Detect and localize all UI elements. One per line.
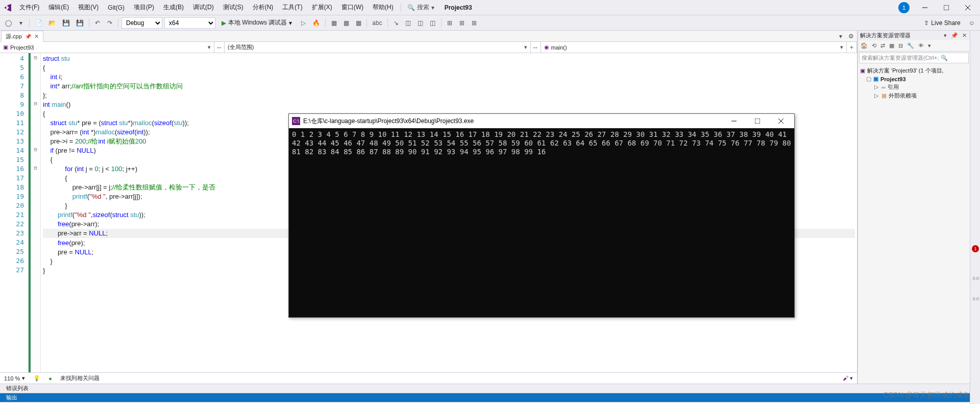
user-badge[interactable]: 1 xyxy=(898,2,910,13)
menu-file[interactable]: 文件(F) xyxy=(15,1,43,14)
switch-view-icon[interactable]: ⟲ xyxy=(870,41,878,50)
nav-split2[interactable]: ↔ xyxy=(531,42,541,53)
project-icon: ▣ xyxy=(873,76,878,82)
console-window[interactable]: C:\ E:\仓库\c-language-startup\Project93\x… xyxy=(288,113,795,318)
forward-button[interactable]: ▾ xyxy=(16,17,26,29)
menu-extensions[interactable]: 扩展(X) xyxy=(308,1,336,14)
tab-error-list[interactable]: 错误列表 xyxy=(0,384,980,393)
tree-project[interactable]: ▢ ▣ Project93 xyxy=(860,75,968,83)
window-title: Project93 xyxy=(438,4,478,11)
outline-column[interactable]: ⊟⊟⊟⊟ xyxy=(31,53,41,372)
menu-git[interactable]: Git(G) xyxy=(104,2,129,13)
expand-icon[interactable]: ▷ xyxy=(874,84,879,90)
tree-references[interactable]: ▷ ▫▫ 引用 xyxy=(860,83,968,91)
tb-icon-10[interactable]: ⊞ xyxy=(457,17,467,29)
menu-analyze[interactable]: 分析(N) xyxy=(249,1,278,14)
tb-icon-1[interactable]: ▦ xyxy=(329,17,339,29)
config-select[interactable]: Debug xyxy=(121,17,162,29)
hot-reload-button[interactable]: 🔥 xyxy=(310,17,322,29)
nav-scope[interactable]: (全局范围) ▾ xyxy=(225,42,531,53)
back-button[interactable]: ◯ xyxy=(3,17,14,29)
tab-output[interactable]: 输出 xyxy=(0,393,980,402)
right-edge-indicators: 1 0.0 0.0 xyxy=(970,36,980,404)
redo-button[interactable]: ↷ xyxy=(105,17,115,29)
start-nodebug-button[interactable]: ▷ xyxy=(298,17,308,29)
menu-edit[interactable]: 编辑(E) xyxy=(44,1,73,14)
tb-icon-3[interactable]: ▦ xyxy=(353,17,363,29)
console-title: E:\仓库\c-language-startup\Project93\x64\D… xyxy=(303,117,474,126)
separator xyxy=(401,3,401,12)
new-item-button[interactable]: 📄 xyxy=(33,17,44,29)
solution-search[interactable]: 搜索解决方案资源管理器(Ctrl+; 🔍 xyxy=(859,53,969,63)
tb-icon-5[interactable]: ↘ xyxy=(391,17,401,29)
indicator-2: 0.0 xyxy=(972,296,979,301)
expand-icon[interactable]: ▷ xyxy=(874,92,879,99)
tab-source-cpp[interactable]: 源.cpp 📌 ✕ xyxy=(1,31,43,42)
tab-label: 源.cpp xyxy=(6,33,22,40)
pin-icon[interactable]: 📌 xyxy=(25,34,31,39)
tree-root[interactable]: ▣ 解决方案 'Project93' (1 个项目, xyxy=(860,66,968,75)
tb-icon-9[interactable]: ⊞ xyxy=(445,17,455,29)
open-folder-button[interactable]: 📂 xyxy=(46,17,58,29)
tb-icon-6[interactable]: ◫ xyxy=(403,17,413,29)
undo-button[interactable]: ↶ xyxy=(92,17,103,29)
dropdown-icon[interactable]: ▾ xyxy=(943,32,948,39)
feedback-button[interactable]: ☺ xyxy=(967,17,977,29)
console-output[interactable]: 0 1 2 3 4 5 6 7 8 9 10 11 12 13 14 15 16… xyxy=(289,128,794,317)
brush-icon[interactable]: 🖌 ▾ xyxy=(843,375,853,382)
start-debug-button[interactable]: ▶ 本地 Windows 调试器 ▾ xyxy=(217,17,296,28)
preview-icon[interactable]: 👁 xyxy=(917,41,925,50)
home-icon[interactable]: 🏠 xyxy=(859,41,869,50)
nav-project[interactable]: ▣ Project93 ▾ xyxy=(0,42,214,53)
chevron-down-icon[interactable]: ▾ xyxy=(836,33,845,40)
tb-icon-2[interactable]: ▦ xyxy=(341,17,351,29)
platform-select[interactable]: x64 xyxy=(164,17,215,29)
close-icon[interactable]: ✕ xyxy=(34,33,39,40)
tb-icon-11[interactable]: ⊞ xyxy=(469,17,479,29)
notification-badge[interactable]: 1 xyxy=(972,245,979,252)
show-all-icon[interactable]: ▦ xyxy=(888,41,896,50)
nav-split[interactable]: ↔ xyxy=(214,42,225,53)
gear-icon[interactable]: ⚙ xyxy=(845,33,857,40)
live-share-button[interactable]: ⇪ Live Share xyxy=(920,18,964,28)
tree-external[interactable]: ▷ ▦ 外部依赖项 xyxy=(860,91,968,100)
nav-member[interactable]: ◉ main() ▾ xyxy=(541,42,847,53)
zoom-control[interactable]: 110 % ▾ xyxy=(4,375,25,382)
close-button[interactable] xyxy=(958,1,978,15)
menu-project[interactable]: 项目(P) xyxy=(130,1,158,14)
menu-debug[interactable]: 调试(D) xyxy=(189,1,218,14)
pin-icon[interactable]: 📌 xyxy=(950,32,959,39)
menu-tools[interactable]: 工具(T) xyxy=(278,1,306,14)
sync-icon[interactable]: ⇄ xyxy=(879,41,887,50)
menu-help[interactable]: 帮助(H) xyxy=(369,1,398,14)
play-icon: ▶ xyxy=(222,19,226,27)
console-close[interactable] xyxy=(771,114,791,128)
tree-external-label: 外部依赖项 xyxy=(889,92,917,100)
menu-test[interactable]: 测试(S) xyxy=(219,1,248,14)
console-minimize[interactable] xyxy=(724,114,744,128)
maximize-button[interactable] xyxy=(936,1,957,15)
save-all-button[interactable]: 💾 xyxy=(74,17,86,29)
console-title-bar[interactable]: C:\ E:\仓库\c-language-startup\Project93\x… xyxy=(289,114,794,128)
collapse-icon[interactable]: ⊟ xyxy=(897,41,904,50)
menu-window[interactable]: 窗口(W) xyxy=(337,1,368,14)
chevron-down-icon: ▾ xyxy=(289,19,292,27)
chevron-down-icon: ▾ xyxy=(524,44,527,51)
tb-icon-8[interactable]: ◫ xyxy=(428,17,438,29)
properties-icon[interactable]: 🔧 xyxy=(905,41,916,50)
lightbulb-icon[interactable]: 💡 xyxy=(33,375,40,382)
nav-add[interactable]: + xyxy=(847,42,857,53)
tb-icon-4[interactable]: abc xyxy=(370,17,384,29)
menu-build[interactable]: 生成(B) xyxy=(159,1,188,14)
expand-icon[interactable]: ▢ xyxy=(866,76,871,82)
project-icon: ▣ xyxy=(3,44,8,51)
menu-view[interactable]: 视图(V) xyxy=(74,1,103,14)
filter-icon[interactable]: ▾ xyxy=(926,41,933,50)
nav-member-label: main() xyxy=(551,44,567,51)
close-icon[interactable]: ✕ xyxy=(961,32,968,39)
search-box[interactable]: 🔍 搜索 ▾ xyxy=(404,2,437,13)
save-button[interactable]: 💾 xyxy=(60,17,72,29)
tb-icon-7[interactable]: ◫ xyxy=(415,17,426,29)
console-maximize[interactable] xyxy=(747,114,768,128)
minimize-button[interactable] xyxy=(915,1,935,15)
